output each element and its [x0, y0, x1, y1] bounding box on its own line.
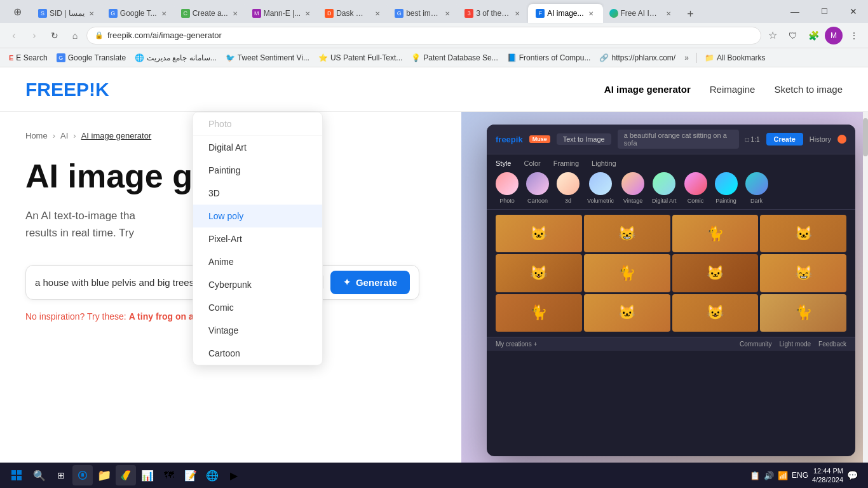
- all-bookmarks-btn[interactable]: 📁 All Bookmarks: [701, 52, 770, 64]
- tab-best-image-close[interactable]: ✕: [443, 9, 452, 18]
- taskbar-app-edge2[interactable]: 🌐: [202, 465, 222, 485]
- mock-style-cartoon[interactable]: Cartoon: [526, 172, 549, 204]
- mock-close-dot[interactable]: [837, 135, 846, 144]
- mock-grid-cell-6[interactable]: 🐈: [584, 254, 670, 292]
- minimize-btn[interactable]: —: [780, 0, 810, 23]
- bookmark-samane[interactable]: 🌐 سامانه جامع مدیریت...: [131, 52, 220, 64]
- taskbar-app-edge[interactable]: [72, 465, 93, 485]
- back-btn[interactable]: ‹: [5, 27, 23, 44]
- tab-ai-image[interactable]: F AI image... ✕: [528, 4, 602, 23]
- taskbar-app-media[interactable]: ▶: [224, 465, 244, 485]
- tab-google-translate-close[interactable]: ✕: [159, 9, 168, 18]
- mock-grid-cell-11[interactable]: 😺: [672, 294, 759, 332]
- nav-ai-image-generator[interactable]: AI image generator: [604, 84, 691, 95]
- reload-btn[interactable]: ↻: [46, 27, 64, 44]
- tab-mann-e-close[interactable]: ✕: [303, 9, 312, 18]
- bookmarks-more-btn[interactable]: »: [681, 52, 693, 64]
- close-btn[interactable]: ✕: [839, 0, 868, 23]
- mock-grid-cell-3[interactable]: 🐈: [672, 215, 759, 252]
- taskbar-app-excel[interactable]: 📊: [137, 465, 158, 485]
- mock-feedback[interactable]: Feedback: [818, 341, 846, 348]
- tab-sid[interactable]: S SID | یمسا ✕: [32, 4, 102, 23]
- mock-grid-cell-5[interactable]: 😺: [496, 254, 582, 292]
- tab-sid-close[interactable]: ✕: [87, 9, 96, 18]
- mock-framing-tab[interactable]: Framing: [553, 159, 579, 167]
- dropdown-item-low-poly[interactable]: Low poly: [193, 205, 322, 227]
- mock-my-creations[interactable]: My creations +: [496, 341, 537, 348]
- mock-grid-cell-10[interactable]: 🐱: [584, 294, 670, 332]
- mock-light-mode[interactable]: Light mode: [780, 341, 811, 348]
- tab-3ofthe-close[interactable]: ✕: [513, 9, 522, 18]
- tab-ai-image-close[interactable]: ✕: [587, 9, 595, 18]
- taskbar-app-maps[interactable]: 🗺: [159, 465, 179, 485]
- mock-style-tab[interactable]: Style: [496, 159, 511, 167]
- scrollbar-thumb[interactable]: [863, 118, 868, 156]
- profile-avatar[interactable]: M: [825, 27, 843, 44]
- breadcrumb-ai[interactable]: AI: [60, 131, 68, 140]
- dropdown-item-painting[interactable]: Painting: [193, 159, 322, 182]
- mock-style-photo[interactable]: Photo: [496, 172, 519, 204]
- dropdown-item-cyberpunk[interactable]: Cyberpunk: [193, 273, 322, 296]
- tab-best-image[interactable]: G best ima... ✕: [388, 4, 458, 23]
- tab-create[interactable]: C Create a... ✕: [175, 4, 246, 23]
- mock-color-tab[interactable]: Color: [524, 159, 540, 167]
- tab-free-ai-close[interactable]: ✕: [664, 9, 673, 18]
- tray-icon-3[interactable]: 📶: [778, 471, 788, 480]
- tab-3ofthe[interactable]: 3 3 of the b... ✕: [458, 4, 528, 23]
- mock-style-volumetric[interactable]: Volumetric: [587, 172, 614, 204]
- tab-free-ai[interactable]: Free AI Im... ✕: [603, 4, 679, 23]
- taskbar-search[interactable]: 🔍: [29, 465, 50, 485]
- dropdown-item-vintage[interactable]: Vintage: [193, 319, 322, 342]
- dropdown-item-digital-art[interactable]: Digital Art: [193, 136, 322, 159]
- new-tab-btn[interactable]: ⊕: [11, 5, 24, 18]
- tab-create-close[interactable]: ✕: [231, 9, 240, 18]
- bookmark-us-patent[interactable]: ⭐ US Patent Full-Text...: [315, 52, 406, 64]
- bookmark-google-translate[interactable]: G Google Translate: [53, 52, 130, 64]
- shield-icon[interactable]: 🛡: [784, 27, 802, 44]
- maximize-btn[interactable]: ☐: [810, 0, 839, 23]
- scrollbar[interactable]: [863, 112, 868, 463]
- dropdown-item-pixel-art[interactable]: Pixel-Art: [193, 227, 322, 250]
- dropdown-item-anime[interactable]: Anime: [193, 250, 322, 273]
- notification-icon[interactable]: 💬: [847, 470, 858, 480]
- dropdown-item-comic[interactable]: Comic: [193, 296, 322, 319]
- mock-grid-cell-4[interactable]: 🐱: [760, 215, 846, 252]
- mock-community[interactable]: Community: [740, 341, 772, 348]
- tab-dask-close[interactable]: ✕: [373, 9, 382, 18]
- mock-tab-text-to-image[interactable]: Text to Image: [557, 133, 611, 145]
- taskbar-app-word[interactable]: 📝: [180, 465, 201, 485]
- add-tab-btn[interactable]: +: [682, 5, 700, 23]
- bookmark-search[interactable]: E E Search: [5, 52, 51, 64]
- bookmark-tweet[interactable]: 🐦 Tweet Sentiment Vi...: [222, 52, 313, 64]
- mock-grid-cell-2[interactable]: 😸: [584, 215, 670, 252]
- nav-reimagine[interactable]: Reimagine: [710, 84, 756, 95]
- mock-style-3d[interactable]: 3d: [557, 172, 580, 204]
- bookmark-phlanx[interactable]: 🔗 https://phlanx.com/: [595, 52, 679, 64]
- tab-google-translate[interactable]: G Google T... ✕: [102, 4, 175, 23]
- menu-btn[interactable]: ⋮: [845, 27, 863, 44]
- home-btn[interactable]: ⌂: [66, 27, 84, 44]
- tray-icon-2[interactable]: 🔊: [764, 471, 774, 480]
- mock-grid-cell-8[interactable]: 😸: [760, 254, 846, 292]
- tab-dask[interactable]: D Dask — ... ✕: [318, 4, 388, 23]
- address-bar[interactable]: 🔒 freepik.com/ai/image-generator: [86, 27, 761, 44]
- nav-sketch-to-image[interactable]: Sketch to image: [774, 84, 843, 95]
- taskbar-app-chrome[interactable]: [116, 465, 136, 485]
- mock-style-comic[interactable]: Comic: [684, 172, 707, 204]
- dropdown-item-photo[interactable]: Photo: [193, 112, 322, 136]
- tray-lang[interactable]: ENG: [792, 471, 808, 480]
- tab-mann-e[interactable]: M Mann-E |... ✕: [246, 4, 318, 23]
- mock-grid-cell-7[interactable]: 🐱: [672, 254, 759, 292]
- generate-button[interactable]: ✦ Generate: [330, 271, 410, 294]
- mock-style-digital-art[interactable]: Digital Art: [652, 172, 677, 204]
- taskbar-app-explorer[interactable]: 📁: [94, 465, 114, 485]
- breadcrumb-home[interactable]: Home: [25, 131, 48, 140]
- mock-style-dark[interactable]: Dark: [745, 172, 768, 204]
- bookmark-icon[interactable]: ☆: [764, 27, 782, 44]
- forward-btn[interactable]: ›: [25, 27, 43, 44]
- taskbar-task-view[interactable]: ⊞: [51, 465, 71, 485]
- mock-history[interactable]: History: [810, 135, 831, 143]
- mock-grid-cell-12[interactable]: 🐈: [760, 294, 846, 332]
- dropdown-item-cartoon[interactable]: Cartoon: [193, 342, 322, 365]
- mock-style-vintage[interactable]: Vintage: [621, 172, 644, 204]
